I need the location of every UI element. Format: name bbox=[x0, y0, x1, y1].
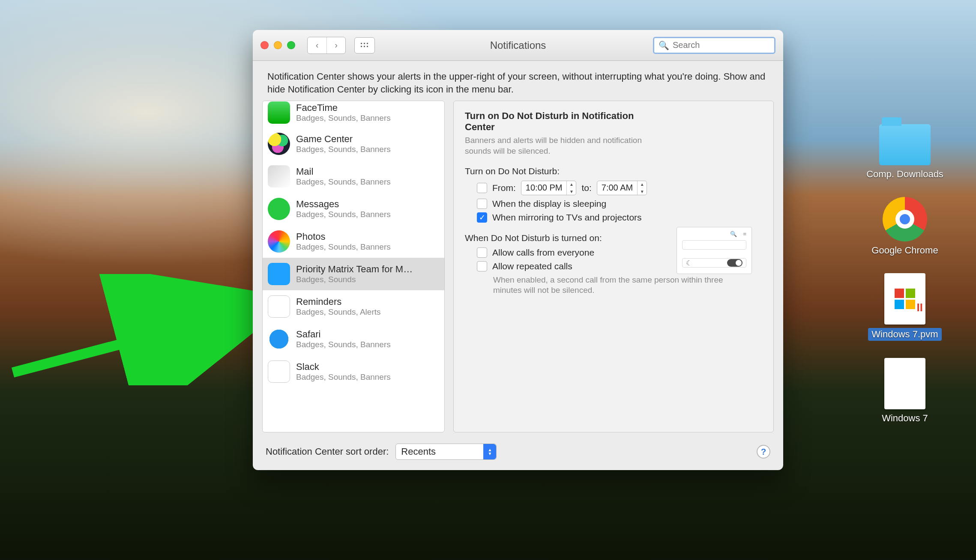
allow-everyone-checkbox[interactable] bbox=[477, 247, 487, 258]
stepper[interactable]: ▲▼ bbox=[566, 181, 576, 195]
app-name: Game Center bbox=[296, 134, 391, 145]
from-label: From: bbox=[492, 183, 516, 193]
app-icon bbox=[268, 133, 290, 155]
desktop-item-label: Comp. Downloads bbox=[866, 169, 943, 180]
search-icon: 🔍 bbox=[730, 231, 737, 237]
preferences-window: ‹ › Notifications 🔍 Notification Center … bbox=[253, 30, 783, 470]
search-field[interactable]: 🔍 bbox=[653, 37, 775, 54]
show-all-button[interactable] bbox=[354, 37, 375, 54]
back-button[interactable]: ‹ bbox=[308, 37, 326, 54]
sort-order-label: Notification Center sort order: bbox=[266, 446, 389, 457]
zoom-button[interactable] bbox=[287, 41, 295, 49]
app-list-item[interactable]: PhotosBadges, Sounds, Banners bbox=[263, 225, 444, 258]
option-label: When the display is sleeping bbox=[492, 199, 606, 209]
stepper[interactable]: ▲▼ bbox=[637, 181, 647, 195]
app-subtitle: Badges, Sounds, Alerts bbox=[296, 307, 381, 317]
option-label: When mirroring to TVs and projectors bbox=[492, 212, 642, 223]
app-subtitle: Badges, Sounds, Banners bbox=[296, 145, 391, 154]
schedule-row: From: 10:00 PM ▲▼ to: 7:00 AM ▲▼ bbox=[477, 181, 762, 195]
from-time-field[interactable]: 10:00 PM ▲▼ bbox=[521, 181, 577, 195]
app-name: Slack bbox=[296, 361, 391, 372]
moon-icon: ☾ bbox=[686, 259, 692, 267]
app-name: Messages bbox=[296, 199, 391, 210]
app-list-item[interactable]: RemindersBadges, Sounds, Alerts bbox=[263, 290, 444, 323]
app-subtitle: Badges, Sounds bbox=[296, 275, 413, 284]
app-name: Mail bbox=[296, 166, 391, 177]
app-list-item[interactable]: Game CenterBadges, Sounds, Banners bbox=[263, 128, 444, 160]
display-sleeping-checkbox[interactable] bbox=[477, 199, 487, 209]
desktop-item-win-pvm[interactable]: II Windows 7.pvm bbox=[868, 273, 941, 341]
pane-description: Notification Center shows your alerts in… bbox=[253, 61, 783, 101]
app-name: FaceTime bbox=[296, 102, 391, 113]
app-name: Priority Matrix Team for M… bbox=[296, 264, 413, 275]
app-name: Safari bbox=[296, 329, 391, 340]
chevron-updown-icon: ▲▼ bbox=[483, 444, 496, 459]
app-list-item[interactable]: MessagesBadges, Sounds, Banners bbox=[263, 193, 444, 225]
app-list[interactable]: FaceTimeBadges, Sounds, BannersGame Cent… bbox=[262, 101, 445, 432]
to-time-field[interactable]: 7:00 AM ▲▼ bbox=[597, 181, 647, 195]
app-subtitle: Badges, Sounds, Banners bbox=[296, 242, 391, 252]
option-label: Allow repeated calls bbox=[492, 261, 572, 271]
desktop-item-label: Windows 7.pvm bbox=[868, 328, 941, 341]
schedule-checkbox[interactable] bbox=[477, 183, 487, 193]
desktop-item-label: Windows 7 bbox=[882, 413, 928, 424]
help-button[interactable]: ? bbox=[757, 445, 770, 459]
app-subtitle: Badges, Sounds, Banners bbox=[296, 372, 391, 382]
section-label: Turn on Do Not Disturb: bbox=[465, 166, 762, 176]
app-icon bbox=[268, 295, 290, 318]
app-subtitle: Badges, Sounds, Banners bbox=[296, 210, 391, 219]
forward-button[interactable]: › bbox=[326, 37, 345, 54]
app-subtitle: Badges, Sounds, Banners bbox=[296, 113, 391, 123]
app-icon bbox=[268, 263, 290, 285]
app-subtitle: Badges, Sounds, Banners bbox=[296, 177, 391, 187]
app-name: Reminders bbox=[296, 296, 381, 307]
to-label: to: bbox=[581, 183, 591, 193]
app-icon bbox=[268, 230, 290, 253]
option-label: Allow calls from everyone bbox=[492, 247, 594, 258]
folder-icon bbox=[879, 124, 931, 165]
app-subtitle: Badges, Sounds, Banners bbox=[296, 340, 391, 349]
desktop-item-folder[interactable]: Comp. Downloads bbox=[866, 124, 943, 180]
app-list-item[interactable]: SlackBadges, Sounds, Banners bbox=[263, 355, 444, 388]
app-list-item[interactable]: MailBadges, Sounds, Banners bbox=[263, 160, 444, 193]
app-list-item[interactable]: FaceTimeBadges, Sounds, Banners bbox=[263, 101, 444, 128]
nav-buttons: ‹ › bbox=[307, 37, 346, 54]
file-icon: II bbox=[884, 273, 925, 325]
app-icon bbox=[268, 328, 290, 350]
desktop-item-label: Google Chrome bbox=[871, 245, 938, 256]
search-icon: 🔍 bbox=[659, 40, 669, 51]
app-icon bbox=[268, 360, 290, 383]
file-icon bbox=[884, 358, 925, 409]
list-icon: ≡ bbox=[743, 231, 746, 237]
sort-order-select[interactable]: Recents ▲▼ bbox=[395, 444, 497, 460]
chrome-icon bbox=[883, 197, 927, 241]
allow-repeated-checkbox[interactable] bbox=[477, 261, 487, 271]
titlebar[interactable]: ‹ › Notifications 🔍 bbox=[253, 30, 783, 61]
detail-blurb: Banners and alerts will be hidden and no… bbox=[465, 135, 653, 156]
desktop-icons: Comp. Downloads Google Chrome II Windows… bbox=[858, 124, 952, 424]
desktop-item-chrome[interactable]: Google Chrome bbox=[871, 197, 938, 256]
detail-heading: Turn on Do Not Disturb in Notification C… bbox=[465, 110, 653, 133]
footer: Notification Center sort order: Recents … bbox=[253, 438, 783, 470]
grid-icon bbox=[360, 42, 369, 49]
search-input[interactable] bbox=[673, 40, 781, 50]
app-list-item[interactable]: Priority Matrix Team for M…Badges, Sound… bbox=[263, 258, 444, 290]
option-hint: When enabled, a second call from the sam… bbox=[493, 275, 725, 296]
app-icon bbox=[268, 198, 290, 220]
desktop-item-win7[interactable]: Windows 7 bbox=[882, 358, 928, 424]
app-name: Photos bbox=[296, 231, 391, 242]
toggle-icon bbox=[727, 259, 742, 267]
detail-panel: Turn on Do Not Disturb in Notification C… bbox=[453, 101, 774, 432]
app-icon bbox=[268, 101, 290, 124]
mirroring-checkbox[interactable]: ✓ bbox=[477, 212, 487, 223]
close-button[interactable] bbox=[260, 41, 269, 49]
app-list-item[interactable]: SafariBadges, Sounds, Banners bbox=[263, 323, 444, 355]
dnd-widget-preview: 🔍 ≡ ☾ bbox=[677, 227, 752, 274]
traffic-lights bbox=[260, 41, 295, 49]
minimize-button[interactable] bbox=[274, 41, 282, 49]
app-icon bbox=[268, 165, 290, 188]
